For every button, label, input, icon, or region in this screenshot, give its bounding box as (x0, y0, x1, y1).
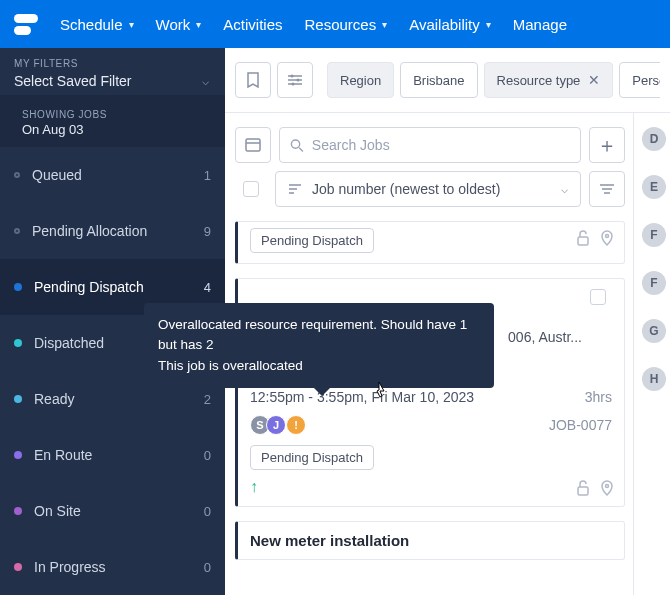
status-label: Pending Dispatch (34, 279, 204, 295)
filter-icon (599, 182, 615, 196)
panel-toggle-button[interactable] (235, 127, 271, 163)
showing-date: On Aug 03 (22, 122, 211, 137)
nav-availability[interactable]: Availability▾ (409, 16, 491, 33)
resource-avatar[interactable]: G (642, 319, 666, 343)
status-item-pending-allocation[interactable]: Pending Allocation9 (0, 203, 225, 259)
status-item-en-route[interactable]: En Route0 (0, 427, 225, 483)
status-dot (14, 228, 20, 234)
app-logo (14, 14, 38, 35)
svg-rect-3 (246, 139, 260, 151)
status-label: Queued (32, 167, 204, 183)
svg-point-8 (606, 485, 609, 488)
add-job-button[interactable]: ＋ (589, 127, 625, 163)
alert-icon: ! (250, 365, 266, 381)
job-card[interactable]: New meter installation (235, 521, 625, 560)
svg-rect-7 (578, 487, 588, 495)
chevron-down-icon: ⌵ (202, 74, 209, 88)
filter-chip-region[interactable]: Region (327, 62, 394, 98)
job-list: Pending Dispatch 006, Austr... ! 2 rule … (225, 221, 625, 595)
resource-avatar[interactable]: D (642, 127, 666, 151)
job-time: 12:55pm - 3:55pm, Fri Mar 10, 2023 (250, 389, 474, 405)
status-item-in-progress[interactable]: In Progress0 (0, 539, 225, 595)
status-dot (14, 395, 22, 403)
showing-jobs-label: SHOWING JOBS (22, 109, 211, 120)
status-dot (14, 283, 22, 291)
select-all-checkbox[interactable] (243, 181, 259, 197)
search-icon (290, 138, 304, 153)
sort-options-button[interactable] (589, 171, 625, 207)
sort-select[interactable]: Job number (newest to oldest) ⌵ (275, 171, 581, 207)
arrow-up-icon: ↑ (250, 478, 258, 495)
resource-avatar[interactable]: F (642, 271, 666, 295)
status-badge: Pending Dispatch (250, 228, 374, 253)
status-item-pending-dispatch[interactable]: Pending Dispatch4 (0, 259, 225, 315)
conflict-row[interactable]: ! 2 rule conflicts (250, 365, 612, 381)
status-label: Dispatched (34, 335, 204, 351)
status-label: In Progress (34, 559, 204, 575)
search-jobs[interactable] (279, 127, 581, 163)
job-checkbox[interactable] (590, 289, 606, 305)
my-filters-label: MY FILTERS (14, 58, 211, 69)
close-icon[interactable]: ✕ (588, 72, 600, 88)
status-dot (14, 172, 20, 178)
saved-filter-select[interactable]: Select Saved Filter ⌵ (14, 73, 211, 89)
resource-avatar[interactable]: H (642, 367, 666, 391)
sliders-icon (287, 73, 303, 87)
status-list: Queued1Pending Allocation9Pending Dispat… (0, 147, 225, 595)
chevron-down-icon: ⌵ (561, 182, 568, 196)
nav-activities[interactable]: Activities (223, 16, 282, 33)
status-dot (14, 339, 22, 347)
top-nav: Schedule▾ Work▾ Activities Resources▾ Av… (0, 0, 670, 48)
status-dot (14, 563, 22, 571)
main-panel: RegionBrisbaneResource type✕Person ＋ (225, 48, 670, 595)
job-title: New meter installation (250, 532, 612, 549)
status-count: 1 (204, 168, 211, 183)
status-item-ready[interactable]: Ready2 (0, 371, 225, 427)
filter-chip-brisbane[interactable]: Brisbane (400, 62, 477, 98)
status-label: Ready (34, 391, 204, 407)
status-dot (14, 507, 22, 515)
status-item-dispatched[interactable]: Dispatched4 (0, 315, 225, 371)
chevron-down-icon: ▾ (196, 19, 201, 30)
allocation-panel: DEFFGH (634, 113, 670, 595)
status-count: 0 (204, 504, 211, 519)
sort-icon (288, 183, 302, 195)
status-count: 0 (204, 560, 211, 575)
filter-chip-resource-type[interactable]: Resource type✕ (484, 62, 614, 98)
filter-chip-person[interactable]: Person (619, 62, 660, 98)
nav-manage[interactable]: Manage (513, 16, 567, 33)
panel-icon (245, 138, 261, 152)
svg-point-0 (291, 75, 294, 78)
resource-avatar[interactable]: F (642, 223, 666, 247)
filter-bar: RegionBrisbaneResource type✕Person (225, 48, 670, 113)
lock-icon[interactable] (576, 230, 590, 246)
nav-work[interactable]: Work▾ (156, 16, 202, 33)
conflict-text: 2 rule conflicts (274, 365, 373, 381)
status-item-queued[interactable]: Queued1 (0, 147, 225, 203)
status-count: 4 (204, 280, 211, 295)
sidebar: MY FILTERS Select Saved Filter ⌵ SHOWING… (0, 48, 225, 595)
nav-schedule[interactable]: Schedule▾ (60, 16, 134, 33)
nav-resources[interactable]: Resources▾ (304, 16, 387, 33)
status-count: 0 (204, 448, 211, 463)
chevron-down-icon: ▾ (129, 19, 134, 30)
status-badge: Pending Dispatch (250, 445, 374, 470)
svg-point-1 (297, 79, 300, 82)
svg-point-4 (291, 139, 299, 147)
status-item-on-site[interactable]: On Site0 (0, 483, 225, 539)
resource-avatar[interactable]: E (642, 175, 666, 199)
chevron-down-icon: ▾ (382, 19, 387, 30)
bookmark-button[interactable] (235, 62, 271, 98)
job-number: JOB-0077 (549, 417, 612, 433)
search-input[interactable] (312, 137, 570, 153)
location-icon[interactable] (600, 230, 614, 246)
settings-button[interactable] (277, 62, 313, 98)
job-card[interactable]: 006, Austr... ! 2 rule conflicts 12:55pm… (235, 278, 625, 507)
location-icon[interactable] (600, 480, 614, 496)
lock-icon[interactable] (576, 480, 590, 496)
job-address: 006, Austr... (250, 329, 582, 345)
job-duration: 3hrs (585, 389, 612, 405)
status-count: 4 (204, 336, 211, 351)
status-label: Pending Allocation (32, 223, 204, 239)
job-card[interactable]: Pending Dispatch (235, 221, 625, 264)
